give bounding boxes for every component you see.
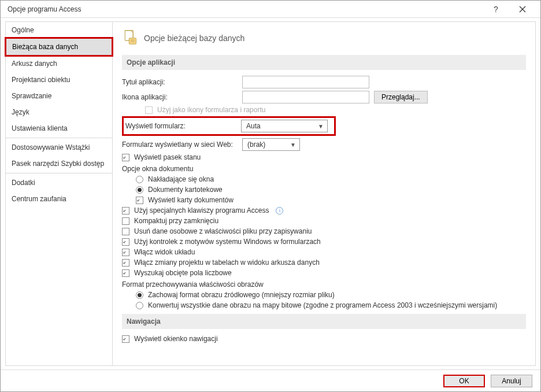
sidebar-item-client-settings[interactable]: Ustawienia klienta xyxy=(6,120,112,136)
sidebar-item-quick-access[interactable]: Pasek narzędzi Szybki dostęp xyxy=(6,156,112,172)
doc-tabs-checkbox[interactable] xyxy=(136,197,143,204)
web-form-select[interactable]: (brak) ▼ xyxy=(242,138,300,151)
themed-controls-checkbox[interactable] xyxy=(122,238,129,246)
compact-checkbox[interactable] xyxy=(122,217,129,225)
dialog-footer: OK Anuluj xyxy=(1,369,540,391)
web-form-label: Formularz wyświetlany w sieci Web: xyxy=(122,140,238,149)
design-changes-label: Włącz zmiany projektu w tabelach w widok… xyxy=(134,258,320,267)
display-form-value: Auta xyxy=(246,122,261,130)
pic-bitmap-label: Konwertuj wszystkie dane obrazu na mapy … xyxy=(148,301,497,309)
panel-title: Opcje bieżącej bazy danych xyxy=(144,34,244,43)
panel-header: Opcje bieżącej bazy danych xyxy=(122,29,526,47)
sidebar-item-trust-center[interactable]: Centrum zaufania xyxy=(6,191,112,207)
cancel-button[interactable]: Anuluj xyxy=(491,375,532,387)
chevron-down-icon: ▼ xyxy=(290,142,296,148)
help-button[interactable]: ? xyxy=(483,1,509,18)
pic-format-group-label: Format przechowywania właściwości obrazó… xyxy=(122,280,526,289)
sidebar-item-datasheet[interactable]: Arkusz danych xyxy=(6,56,112,72)
tabbed-documents-label: Dokumenty kartotekowe xyxy=(148,186,223,194)
nav-pane-label: Wyświetl okienko nawigacji xyxy=(134,335,218,343)
sidebar-item-current-db[interactable]: Bieżąca baza danych xyxy=(6,39,112,55)
sidebar-item-general[interactable]: Ogólne xyxy=(6,22,112,38)
database-options-icon xyxy=(122,29,138,47)
app-icon-label: Ikona aplikacji: xyxy=(122,93,238,101)
titlebar: Opcje programu Access ? xyxy=(1,1,540,18)
app-title-input[interactable] xyxy=(242,76,369,88)
sidebar-item-addins[interactable]: Dodatki xyxy=(6,175,112,191)
doc-tabs-label: Wyświetl karty dokumentów xyxy=(148,196,234,204)
display-form-label: Wyświetl formularz: xyxy=(125,122,236,130)
design-changes-checkbox[interactable] xyxy=(122,259,129,267)
use-as-icon-checkbox xyxy=(145,106,153,114)
remove-personal-checkbox[interactable] xyxy=(122,228,129,235)
section-app-options: Opcje aplikacji xyxy=(122,55,526,70)
layout-view-checkbox[interactable] xyxy=(122,249,129,256)
special-keys-checkbox[interactable] xyxy=(122,207,129,215)
chevron-down-icon: ▼ xyxy=(318,123,324,130)
pic-source-radio[interactable] xyxy=(136,291,143,299)
window-title: Opcje programu Access xyxy=(8,5,483,13)
truncated-nums-label: Wyszukaj obcięte pola liczbowe xyxy=(134,269,232,277)
pic-source-label: Zachowaj format obrazu źródłowego (mniej… xyxy=(148,291,335,299)
display-form-select[interactable]: Auta ▼ xyxy=(241,120,328,132)
app-icon-input[interactable] xyxy=(242,91,369,103)
section-navigation: Nawigacja xyxy=(122,314,526,329)
svg-rect-1 xyxy=(129,38,136,45)
sidebar-item-language[interactable]: Język xyxy=(6,104,112,120)
nav-pane-checkbox[interactable] xyxy=(122,335,129,343)
remove-personal-label: Usuń dane osobowe z właściwości pliku pr… xyxy=(134,227,312,235)
ok-button[interactable]: OK xyxy=(443,375,485,387)
close-button[interactable] xyxy=(509,1,536,18)
use-as-icon-label: Użyj jako ikony formularza i raportu xyxy=(157,106,265,114)
overlapping-windows-label: Nakładające się okna xyxy=(148,175,214,183)
overlapping-windows-radio[interactable] xyxy=(136,176,143,183)
content-panel: Opcje bieżącej bazy danych Opcje aplikac… xyxy=(113,22,535,365)
pic-bitmap-radio[interactable] xyxy=(136,302,143,309)
sidebar-item-customize-ribbon[interactable]: Dostosowywanie Wstążki xyxy=(6,139,112,156)
tabbed-documents-radio[interactable] xyxy=(136,186,143,194)
status-bar-checkbox[interactable] xyxy=(122,154,129,161)
themed-controls-label: Użyj kontrolek z motywów systemu Windows… xyxy=(134,238,321,246)
status-bar-label: Wyświetl pasek stanu xyxy=(134,153,201,161)
special-keys-label: Użyj specjalnych klawiszy programu Acces… xyxy=(134,206,269,215)
sidebar-item-proofing[interactable]: Sprawdzanie xyxy=(6,88,112,104)
browse-button[interactable]: Przeglądaj... xyxy=(374,91,428,103)
truncated-nums-checkbox[interactable] xyxy=(122,269,129,277)
layout-view-label: Włącz widok układu xyxy=(134,248,195,256)
info-icon[interactable]: i xyxy=(276,207,283,215)
sidebar-item-object-designers[interactable]: Projektanci obiektu xyxy=(6,72,112,88)
doc-window-group-label: Opcje okna dokumentu xyxy=(122,165,526,173)
app-title-label: Tytuł aplikacji: xyxy=(122,78,238,86)
sidebar: Ogólne Bieżąca baza danych Arkusz danych… xyxy=(5,21,113,366)
web-form-value: (brak) xyxy=(247,140,265,149)
compact-label: Kompaktuj przy zamknięciu xyxy=(134,217,218,225)
